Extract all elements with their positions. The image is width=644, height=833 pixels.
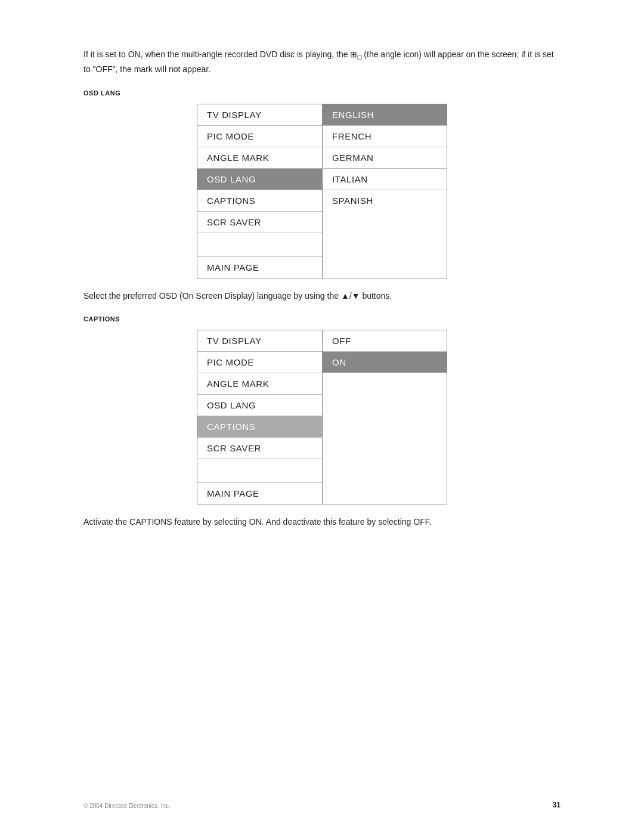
submenu1-italian[interactable]: ITALIAN — [323, 169, 447, 190]
menu1-pic-mode[interactable]: PIC MODE — [197, 126, 322, 147]
captions-menu: TV DISPLAY PIC MODE ANGLE MARK OSD LANG … — [197, 330, 447, 504]
menu1-captions[interactable]: CAPTIONS — [197, 190, 322, 212]
footer-copyright: © 2004 Directed Electronics, Inc. — [83, 803, 171, 809]
menu2-pic-mode[interactable]: PIC MODE — [197, 352, 322, 373]
menu1-tv-display[interactable]: TV DISPLAY — [197, 104, 322, 126]
menu2-left: TV DISPLAY PIC MODE ANGLE MARK OSD LANG … — [197, 330, 323, 504]
menu2-osd-lang[interactable]: OSD LANG — [197, 395, 322, 416]
submenu1-french[interactable]: FRENCH — [323, 126, 447, 147]
menu2-right: OFF ON — [323, 330, 447, 504]
menu2-main-page[interactable]: MAIN PAGE — [197, 483, 322, 504]
menu2-spacer — [197, 459, 322, 483]
osd-lang-menu: TV DISPLAY PIC MODE ANGLE MARK OSD LANG … — [197, 104, 447, 278]
menu1-left: TV DISPLAY PIC MODE ANGLE MARK OSD LANG … — [197, 104, 323, 278]
select-text: Select the preferred OSD (On Screen Disp… — [83, 289, 561, 302]
submenu1-german[interactable]: GERMAN — [323, 147, 447, 169]
intro-paragraph: If it is set to ON, when the multi-angle… — [83, 48, 561, 76]
menu2-angle-mark[interactable]: ANGLE MARK — [197, 373, 322, 395]
menu1-main-page[interactable]: MAIN PAGE — [197, 257, 322, 278]
osd-lang-label: OSD LANG — [83, 89, 561, 97]
submenu1-spanish[interactable]: SPANISH — [323, 190, 447, 211]
submenu2-off[interactable]: OFF — [323, 330, 447, 352]
menu1-osd-lang[interactable]: OSD LANG — [197, 169, 322, 190]
menu1-angle-mark[interactable]: ANGLE MARK — [197, 147, 322, 169]
activate-text: Activate the CAPTIONS feature by selecti… — [83, 515, 561, 528]
menu2-tv-display[interactable]: TV DISPLAY — [197, 330, 322, 352]
menu2-scr-saver[interactable]: SCR SAVER — [197, 438, 322, 459]
menu2-captions[interactable]: CAPTIONS — [197, 416, 322, 438]
captions-label: CAPTIONS — [83, 315, 561, 323]
menu1-spacer — [197, 233, 322, 257]
submenu1-english[interactable]: ENGLISH — [323, 104, 447, 126]
menu1-right: ENGLISH FRENCH GERMAN ITALIAN SPANISH — [323, 104, 447, 278]
footer: © 2004 Directed Electronics, Inc. 31 — [83, 801, 561, 809]
menu1-scr-saver[interactable]: SCR SAVER — [197, 212, 322, 233]
footer-page-number: 31 — [553, 801, 561, 809]
submenu2-on[interactable]: ON — [323, 352, 447, 373]
